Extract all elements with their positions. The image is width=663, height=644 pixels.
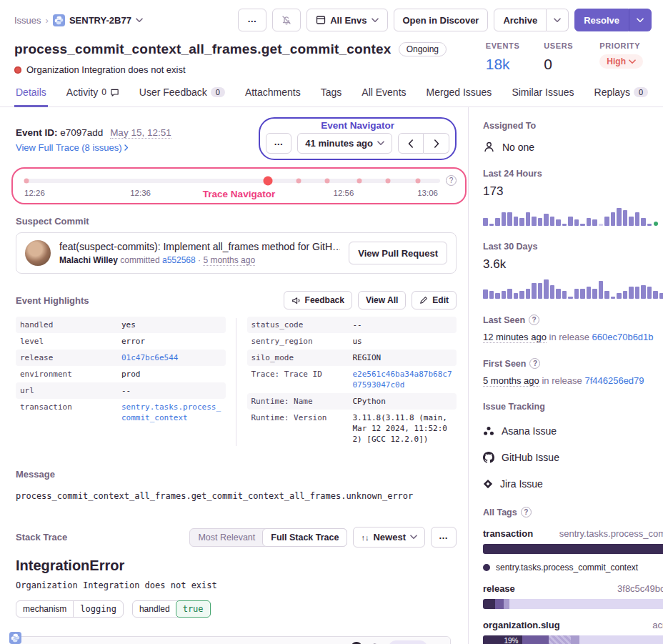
last-30-days-chart[interactable] (483, 279, 663, 299)
event-age-dropdown[interactable]: 41 minutes ago (297, 133, 392, 154)
highlight-value: -- (121, 385, 221, 396)
commit-sha-link[interactable]: a552568 (162, 255, 196, 265)
tab-user-feedback[interactable]: User Feedback0 (138, 86, 226, 107)
tab-details[interactable]: Details (14, 86, 48, 107)
tag-pill-mechanism[interactable]: mechanismlogging (16, 600, 124, 618)
breadcrumb-separator: › (46, 15, 49, 26)
highlights-right-row: Runtime: Version3.11.8(3.11.8 (main, Mar… (247, 410, 457, 447)
current-event-dot[interactable] (264, 176, 273, 185)
highlight-value[interactable]: sentry.tasks.process_commit_context (121, 402, 221, 423)
open-in-discover-button[interactable]: Open in Discover (394, 9, 489, 31)
issue-actions: … All Envs Open in Discover Archive Reso… (238, 9, 652, 31)
tag-pill-value: logging (73, 601, 123, 617)
stack-more-button[interactable]: … (431, 527, 457, 548)
users-count[interactable]: 0 (544, 56, 575, 73)
first-seen-heading: First Seen (483, 359, 526, 369)
tab-label: Attachments (245, 86, 301, 98)
edit-button[interactable]: Edit (412, 291, 457, 309)
tab-tags[interactable]: Tags (319, 86, 344, 107)
event-id-value[interactable]: e7097add (60, 127, 103, 138)
event-bar (483, 289, 488, 299)
event-bar (659, 293, 663, 299)
trace-event-dot[interactable] (416, 178, 421, 183)
previous-event-button[interactable] (398, 133, 424, 154)
tag-key: release (483, 583, 515, 594)
environment-filter-button[interactable]: All Envs (306, 9, 387, 31)
highlight-value[interactable]: 01c47bc6e544 (121, 352, 221, 363)
last-24-hours-chart[interactable] (483, 206, 663, 226)
event-more-button[interactable]: … (266, 133, 291, 154)
tag-pill-key: handled (133, 601, 176, 617)
issue-status-badge[interactable]: Ongoing (399, 42, 447, 56)
issue-tracking-jira-issue[interactable]: Jira Issue+ (483, 477, 663, 491)
tag-distribution-bar[interactable]: 100% (483, 544, 663, 554)
tag-header[interactable]: organization.slugacme (483, 620, 663, 630)
tab-all-events[interactable]: All Events (360, 86, 407, 107)
window-icon (316, 15, 326, 25)
tab-attachments[interactable]: Attachments (244, 86, 302, 107)
help-question-icon[interactable]: ? (446, 175, 457, 186)
tag-distribution-bar[interactable] (483, 599, 663, 609)
chevron-down-icon (554, 18, 561, 23)
last-seen-release-link[interactable]: 660ec70b6d1b (592, 332, 654, 342)
trace-event-dot[interactable] (324, 178, 329, 183)
tag-bar-segment (571, 635, 579, 644)
highlight-value[interactable]: e2e561c46ba34a87b68c707593047c0d (353, 369, 453, 390)
subscribe-bell-button[interactable] (272, 9, 301, 31)
archive-button[interactable]: Archive (494, 9, 547, 31)
event-bar (574, 289, 579, 299)
sort-newest-dropdown[interactable]: ↑↓ Newest (353, 527, 425, 548)
stack-frame-header[interactable]: sentry/integrations/github/integration.p… (18, 637, 450, 644)
next-event-button[interactable] (424, 133, 449, 154)
view-full-trace-link[interactable]: View Full Trace (8 issues) (16, 142, 129, 153)
tag-pill-handled[interactable]: handledtrue (132, 600, 211, 618)
most-relevant-segment[interactable]: Most Relevant (190, 529, 263, 546)
highlights-table-right: status_code--sentry_regionussilo_modeREG… (247, 317, 457, 447)
trace-event-dot[interactable] (296, 178, 301, 183)
tab-similar-issues[interactable]: Similar Issues (510, 86, 575, 107)
archive-dropdown-button[interactable] (547, 9, 569, 31)
more-actions-button[interactable]: … (238, 9, 266, 31)
tab-merged-issues[interactable]: Merged Issues (425, 86, 494, 107)
tab-activity[interactable]: Activity0 (65, 86, 121, 107)
commit-message[interactable]: feat(suspect-commits): Implement all_fra… (59, 241, 340, 252)
breadcrumb-issues-link[interactable]: Issues (14, 15, 41, 26)
issue-tracking-github-issue[interactable]: GitHub Issue+ (483, 450, 663, 465)
first-seen-release-link[interactable]: 7f446256ed79 (584, 375, 644, 386)
integration-label: Asana Issue (502, 425, 663, 437)
trace-event-dot[interactable] (357, 178, 362, 183)
events-count[interactable]: 18k (486, 56, 520, 73)
last-30-days-count: 3.6k (483, 257, 663, 272)
feedback-button[interactable]: Feedback (284, 291, 352, 309)
event-date[interactable]: May 15, 12:51 (110, 127, 171, 139)
tag-header[interactable]: release3f8c5c49bcb3 (483, 583, 663, 594)
trace-event-dot[interactable] (24, 178, 29, 183)
full-stack-trace-segment[interactable]: Full Stack Trace (262, 528, 347, 547)
trace-event-dot[interactable] (385, 178, 390, 183)
issue-tracking-asana-issue[interactable]: Asana Issue+ (483, 424, 663, 438)
event-bar (568, 297, 573, 299)
stack-view-segmented-control: Most Relevant Full Stack Trace (189, 528, 347, 547)
resolve-dropdown-button[interactable] (629, 9, 652, 31)
issue-tabs: DetailsActivity0User Feedback0Attachment… (0, 86, 663, 107)
assignee-selector[interactable]: No one (483, 141, 663, 153)
tag-distribution-bar[interactable]: 19% (483, 635, 663, 644)
integration-label: Jira Issue (500, 478, 663, 490)
priority-badge[interactable]: High (599, 54, 643, 69)
trace-timeline-track[interactable] (24, 179, 440, 183)
tag-top-value: acme (566, 620, 663, 630)
person-icon (483, 141, 495, 153)
tab-replays[interactable]: Replays0 (593, 86, 650, 107)
resolve-button[interactable]: Resolve (574, 9, 629, 31)
highlight-value: REGION (353, 352, 453, 363)
highlight-key: Runtime: Name (251, 396, 353, 407)
view-all-button[interactable]: View All (358, 291, 406, 309)
breadcrumb-project[interactable]: SENTRY-2B77 (53, 14, 143, 26)
event-bar (489, 291, 494, 299)
tag-header[interactable]: transactionsentry.tasks.process_com… (483, 528, 663, 539)
tag-legend-row[interactable]: sentry.tasks.process_commit_context100% (483, 563, 663, 573)
highlight-key: Trace: Trace ID (251, 369, 353, 390)
event-bar (495, 218, 500, 226)
view-pull-request-button[interactable]: View Pull Request (349, 242, 447, 264)
bell-slash-icon (281, 14, 292, 26)
